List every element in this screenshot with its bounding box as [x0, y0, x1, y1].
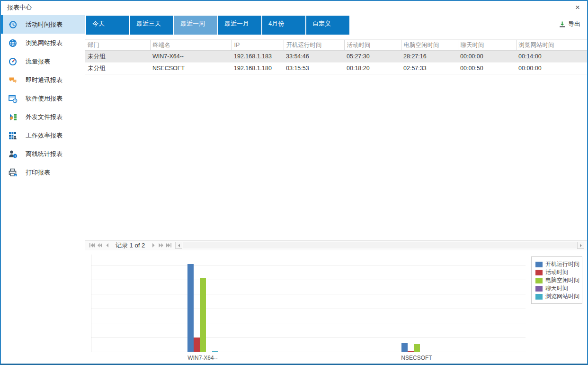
sidebar-item-efficiency[interactable]: 工作效率报表	[1, 126, 85, 145]
time-range-tabs: 今天最近三天最近一周最近一月4月份自定义	[86, 16, 587, 35]
tab-5[interactable]: 自定义	[306, 16, 349, 35]
bar-NSECSOFT-活动时间	[408, 351, 414, 352]
legend-item: 聊天时间	[535, 284, 578, 292]
hscroll-left-button[interactable]	[175, 242, 182, 249]
column-header-4[interactable]: 活动时间	[344, 40, 401, 51]
table-cell: 02:57:33	[401, 63, 458, 74]
report-table-header: 部门终端名IP开机运行时间活动时间电脑空闲时间聊天时间浏览网站时间	[85, 40, 587, 51]
tab-1[interactable]: 最近三天	[130, 16, 173, 35]
column-header-5[interactable]: 电脑空闲时间	[401, 40, 458, 51]
table-cell: NSECSOFT	[150, 63, 232, 74]
tab-3[interactable]: 最近一月	[218, 16, 261, 35]
tab-0[interactable]: 今天	[86, 16, 129, 35]
table-cell: 00:00:00	[516, 63, 587, 74]
bar-NSECSOFT-开机运行时间	[401, 343, 408, 352]
table-row[interactable]: 未分组NSECSOFT192.168.1.18003:15:5300:18:20…	[85, 63, 587, 74]
chat-icon	[8, 75, 18, 85]
legend-swatch	[535, 270, 543, 275]
legend-label: 电脑空闲时间	[545, 276, 579, 284]
legend-label: 聊天时间	[545, 284, 568, 292]
sidebar-item-label: 流量报表	[26, 57, 50, 66]
legend-label: 浏览网站时间	[545, 292, 579, 301]
globe-icon	[8, 38, 18, 48]
sidebar-item-globe[interactable]: 浏览网站报表	[1, 34, 85, 52]
tab-2[interactable]: 最近一周	[174, 16, 217, 35]
bar-WIN7-X64---浏览网站时间	[212, 351, 218, 352]
legend-label: 活动时间	[545, 268, 568, 276]
column-header-7[interactable]: 浏览网站时间	[516, 40, 587, 51]
table-cell: WIN7-X64--	[150, 51, 232, 63]
report-table-body: 未分组WIN7-X64--192.168.1.18333:54:4605:27:…	[85, 51, 587, 74]
prev-page-button[interactable]	[103, 242, 111, 249]
sidebar-item-printer[interactable]: 打印报表	[1, 163, 85, 182]
table-cell: 未分组	[85, 51, 150, 63]
efficiency-icon	[8, 131, 18, 140]
svg-text:i: i	[15, 154, 16, 157]
activity-bar-chart: WIN7-X64--NSECSOFT 开机运行时间活动时间电脑空闲时间聊天时间浏…	[85, 250, 587, 363]
column-header-3[interactable]: 开机运行时间	[284, 40, 344, 51]
table-cell: 00:18:20	[344, 63, 401, 74]
pagination-bar: 记录 1 of 2	[85, 240, 587, 250]
software-icon	[8, 94, 18, 103]
legend-item: 活动时间	[535, 268, 578, 276]
outgoing-file-icon	[8, 112, 18, 122]
table-cell: 未分组	[85, 63, 150, 74]
sidebar-item-label: 离线统计报表	[26, 150, 62, 158]
table-cell: 00:14:00	[516, 51, 587, 63]
column-header-1[interactable]: 终端名	[150, 40, 232, 51]
table-cell: 192.168.1.180	[232, 63, 284, 74]
next-page-button[interactable]	[150, 242, 157, 249]
sidebar-item-offline-stats[interactable]: i离线统计报表	[1, 145, 85, 163]
gridline	[91, 280, 526, 280]
table-cell: 05:27:30	[344, 51, 401, 63]
close-icon[interactable]: ×	[568, 1, 587, 14]
sidebar-item-software[interactable]: 软件使用报表	[1, 89, 85, 108]
bar-WIN7-X64---电脑空闲时间	[200, 278, 206, 352]
printer-icon	[8, 168, 18, 177]
category-label: WIN7-X64--	[169, 355, 236, 361]
export-button[interactable]: 导出	[559, 20, 580, 28]
sidebar-item-history[interactable]: 活动时间报表	[1, 15, 85, 34]
table-cell: 03:15:53	[284, 63, 344, 74]
column-header-6[interactable]: 聊天时间	[458, 40, 516, 51]
legend-swatch	[535, 294, 543, 300]
sidebar-item-outgoing-file[interactable]: 外发文件报表	[1, 108, 85, 126]
fast-prev-page-button[interactable]	[96, 242, 103, 249]
export-label: 导出	[568, 20, 580, 28]
sidebar-item-label: 软件使用报表	[26, 94, 62, 103]
legend-swatch	[535, 278, 543, 283]
sidebar-item-label: 浏览网站报表	[26, 39, 62, 47]
sidebar-item-gauge[interactable]: 流量报表	[1, 52, 85, 71]
category-label: NSECSOFT	[383, 355, 450, 361]
table-cell: 00:00:50	[458, 63, 516, 74]
hscrollbar-track[interactable]	[183, 242, 577, 248]
legend-swatch	[535, 286, 543, 292]
gridline	[91, 265, 526, 265]
offline-stats-icon: i	[8, 149, 18, 159]
legend-item: 浏览网站时间	[535, 292, 578, 301]
sidebar-item-chat[interactable]: 即时通讯报表	[1, 71, 85, 89]
window-title: 报表中心	[1, 3, 32, 12]
column-header-0[interactable]: 部门	[85, 40, 150, 51]
sidebar-item-label: 外发文件报表	[26, 113, 62, 121]
table-cell: 33:54:46	[284, 51, 344, 63]
first-page-button[interactable]	[88, 242, 96, 249]
hscroll-right-button[interactable]	[577, 242, 584, 249]
main-panel: 今天最近三天最近一周最近一月4月份自定义 导出 部门终端名IP开机运行时间活动时…	[85, 14, 587, 363]
download-icon	[559, 21, 566, 28]
history-icon	[8, 20, 18, 29]
bar-NSECSOFT-电脑空闲时间	[414, 344, 420, 352]
legend-swatch	[535, 262, 543, 267]
fast-next-page-button[interactable]	[157, 242, 165, 249]
report-table: 部门终端名IP开机运行时间活动时间电脑空闲时间聊天时间浏览网站时间 未分组WIN…	[85, 39, 587, 74]
tab-4[interactable]: 4月份	[262, 16, 305, 35]
last-page-button[interactable]	[165, 242, 172, 249]
column-header-2[interactable]: IP	[232, 40, 284, 51]
sidebar-item-label: 即时通讯报表	[26, 76, 62, 84]
sidebar-item-label: 打印报表	[26, 168, 50, 177]
gridline	[91, 338, 526, 338]
legend-item: 电脑空闲时间	[535, 276, 578, 284]
table-row[interactable]: 未分组WIN7-X64--192.168.1.18333:54:4605:27:…	[85, 51, 587, 63]
sidebar-item-label: 活动时间报表	[26, 20, 62, 29]
table-cell: 192.168.1.183	[232, 51, 284, 63]
